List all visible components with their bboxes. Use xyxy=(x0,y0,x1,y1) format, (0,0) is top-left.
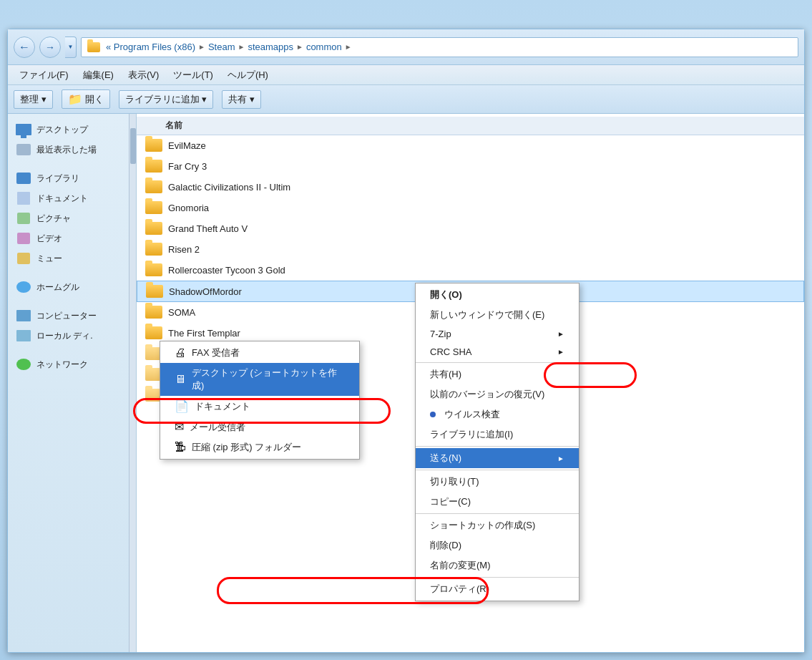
breadcrumb-steamapps[interactable]: steamapps xyxy=(248,42,293,52)
folder-icon xyxy=(145,306,162,319)
sidebar-item-local-disk[interactable]: ローカル ディ. xyxy=(11,326,133,346)
ctx-open-new-window[interactable]: 新しいウィンドウで開く(E) xyxy=(416,305,579,325)
breadcrumb-sep-4: ► xyxy=(345,43,352,51)
ctx-cut[interactable]: 切り取り(T) xyxy=(416,472,579,492)
address-box[interactable]: « Program Files (x86) ► Steam ► steamapp… xyxy=(81,37,798,57)
file-list-header: 名前 xyxy=(137,117,804,135)
list-item[interactable]: Gnomoria xyxy=(137,198,804,218)
breadcrumb-common[interactable]: common xyxy=(306,42,342,52)
ctx-sub-zip[interactable]: 🗜 圧縮 (zip 形式) フォルダー xyxy=(160,437,359,457)
list-item[interactable]: Far Cry 3 xyxy=(137,156,804,177)
list-item[interactable]: EvilMaze xyxy=(137,135,804,156)
breadcrumb-steam[interactable]: Steam xyxy=(208,42,235,52)
ctx-rename[interactable]: 名前の変更(M) xyxy=(416,555,579,576)
file-name: SOMA xyxy=(168,307,195,318)
sidebar-label-network: ネットワーク xyxy=(36,359,88,371)
folder-icon xyxy=(145,201,162,214)
ctx-sub-mail-label: メール受信者 xyxy=(190,421,245,434)
menu-tools[interactable]: ツール(T) xyxy=(167,67,219,83)
ctx-open[interactable]: 開く(O) xyxy=(416,285,579,305)
share-label: 共有 ▾ xyxy=(228,93,255,106)
menu-edit[interactable]: 編集(E) xyxy=(77,67,119,83)
sidebar-item-pictures[interactable]: ピクチャ xyxy=(11,208,133,228)
sidebar-item-network[interactable]: ネットワーク xyxy=(11,354,133,374)
organize-label: 整理 ▾ xyxy=(20,93,47,106)
ctx-properties[interactable]: プロパティ(R) xyxy=(416,579,579,599)
ctx-sub-documents-label: ドキュメント xyxy=(195,400,250,413)
ctx-send-to-label: 送る(N) xyxy=(430,452,461,465)
sidebar-scrollbar[interactable] xyxy=(129,114,136,652)
add-library-button[interactable]: ライブラリに追加 ▾ xyxy=(119,90,214,109)
share-button[interactable]: 共有 ▾ xyxy=(222,90,261,109)
sidebar-label-desktop: デスクトップ xyxy=(36,124,88,136)
menu-view[interactable]: 表示(V) xyxy=(122,67,165,83)
homegroup-icon xyxy=(15,280,32,294)
breadcrumb-sep-2: ► xyxy=(238,43,245,51)
list-item[interactable]: Rollercoaster Tycoon 3 Gold xyxy=(137,260,804,281)
forward-button[interactable]: → xyxy=(39,37,61,58)
local-disk-icon xyxy=(15,329,32,343)
ctx-sub-zip-label: 圧縮 (zip 形式) フォルダー xyxy=(192,441,301,454)
organize-button[interactable]: 整理 ▾ xyxy=(14,90,53,109)
add-library-label: ライブラリに追加 ▾ xyxy=(125,93,207,106)
file-name: ShadowOfMordor xyxy=(169,286,242,297)
list-item[interactable]: Risen 2 xyxy=(137,239,804,260)
disk-icon xyxy=(16,330,31,341)
ctx-sub-fax[interactable]: 🖨 FAX 受信者 xyxy=(160,343,359,363)
list-item[interactable]: Grand Theft Auto V xyxy=(137,218,804,239)
documents-icon xyxy=(15,191,32,205)
ctx-sep-2 xyxy=(416,446,579,447)
sidebar-label-music: ミュー xyxy=(36,253,62,265)
open-button[interactable]: 📁 開く xyxy=(62,89,110,109)
ctx-share[interactable]: 共有(H) xyxy=(416,364,579,384)
menu-bar: ファイル(F) 編集(E) 表示(V) ツール(T) ヘルプ(H) xyxy=(8,65,804,85)
breadcrumb-programs[interactable]: « Program Files (x86) xyxy=(106,42,195,52)
ctx-sub-documents[interactable]: 📄 ドキュメント xyxy=(160,396,359,417)
menu-help[interactable]: ヘルプ(H) xyxy=(222,67,274,83)
ctx-create-shortcut[interactable]: ショートカットの作成(S) xyxy=(416,515,579,535)
context-menu-main: 開く(O) 新しいウィンドウで開く(E) 7-Zip ► CRC SHA ► 共… xyxy=(415,283,579,601)
sidebar-scrollbar-thumb xyxy=(130,128,136,164)
sidebar-item-computer[interactable]: コンピューター xyxy=(11,306,133,326)
ctx-crcsha[interactable]: CRC SHA ► xyxy=(416,343,579,361)
music-folder-icon xyxy=(17,253,30,264)
file-name: Far Cry 3 xyxy=(168,161,207,172)
ctx-delete[interactable]: 削除(D) xyxy=(416,535,579,555)
menu-file[interactable]: ファイル(F) xyxy=(14,67,74,83)
ctx-send-to[interactable]: 送る(N) ► xyxy=(416,448,579,468)
back-button[interactable]: ← xyxy=(14,37,35,58)
ctx-sub-desktop-label: デスクトップ (ショートカットを作成) xyxy=(192,367,345,392)
ctx-copy[interactable]: コピー(C) xyxy=(416,492,579,512)
file-name: Galactic Civilizations II - Ultim xyxy=(168,182,290,193)
desktop-icon: 🖥 xyxy=(175,373,186,386)
sidebar-item-library[interactable]: ライブラリ xyxy=(11,168,133,188)
sidebar-item-recent[interactable]: 最近表示した場 xyxy=(11,140,133,160)
ctx-7zip[interactable]: 7-Zip ► xyxy=(416,325,579,343)
ctx-restore-version[interactable]: 以前のバージョンの復元(V) xyxy=(416,384,579,404)
file-name: Risen 2 xyxy=(168,244,200,255)
ctx-virus-check[interactable]: ウイルス検査 xyxy=(416,404,579,424)
computer-icon xyxy=(15,309,32,323)
sidebar-label-computer: コンピューター xyxy=(36,310,97,322)
ctx-sub-mail[interactable]: ✉ メール受信者 xyxy=(160,417,359,437)
ctx-sub-fax-label: FAX 受信者 xyxy=(192,346,240,359)
sidebar-item-video[interactable]: ビデオ xyxy=(11,228,133,248)
ctx-sep-4 xyxy=(416,513,579,514)
desktop-icon xyxy=(15,122,32,137)
network-icon xyxy=(15,357,32,372)
sidebar-item-homegroup[interactable]: ホームグル xyxy=(11,277,133,297)
monitor-icon xyxy=(16,124,31,135)
sidebar-item-documents[interactable]: ドキュメント xyxy=(11,188,133,208)
ctx-7zip-label: 7-Zip xyxy=(430,329,451,339)
nav-dropdown[interactable]: ▼ xyxy=(65,37,77,58)
list-item[interactable]: Galactic Civilizations II - Ultim xyxy=(137,177,804,198)
sidebar-item-desktop[interactable]: デスクトップ xyxy=(11,120,133,140)
open-icon: 📁 xyxy=(68,92,82,106)
sidebar-label-video: ビデオ xyxy=(36,233,62,245)
sidebar-label-homegroup: ホームグル xyxy=(36,281,79,293)
ctx-sub-desktop[interactable]: 🖥 デスクトップ (ショートカットを作成) xyxy=(160,363,359,396)
sidebar-item-music[interactable]: ミュー xyxy=(11,248,133,268)
ctx-add-library[interactable]: ライブラリに追加(I) xyxy=(416,424,579,445)
computer-folder-icon xyxy=(16,310,31,321)
pic-icon xyxy=(17,213,30,224)
